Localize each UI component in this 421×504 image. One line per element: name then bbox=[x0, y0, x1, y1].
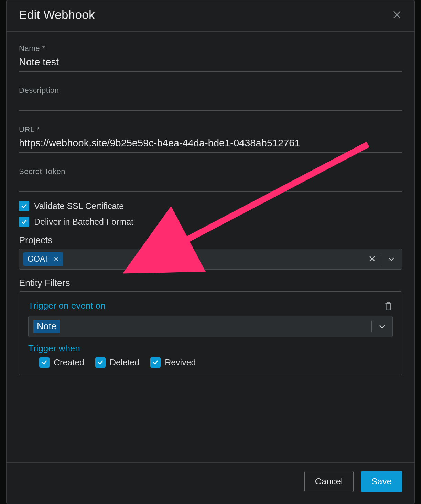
project-chip-remove-icon[interactable]: ✕ bbox=[53, 255, 59, 263]
field-name: Name * bbox=[19, 44, 402, 72]
description-input[interactable] bbox=[19, 97, 402, 111]
url-input[interactable] bbox=[19, 136, 402, 153]
entity-filter-header: Trigger on event on bbox=[28, 300, 393, 311]
trigger-deleted-label: Deleted bbox=[110, 358, 139, 368]
field-secret-token: Secret Token bbox=[19, 167, 402, 192]
project-chip-label: GOAT bbox=[28, 254, 49, 264]
trigger-revived-checkbox[interactable] bbox=[150, 357, 161, 368]
entity-select[interactable]: Note bbox=[28, 316, 393, 337]
secret-token-label: Secret Token bbox=[19, 167, 402, 176]
field-description: Description bbox=[19, 86, 402, 111]
trigger-on-label: Trigger on event on bbox=[28, 300, 106, 311]
description-label: Description bbox=[19, 86, 402, 95]
trigger-created-item: Created bbox=[39, 357, 84, 368]
batched-format-checkbox[interactable] bbox=[19, 217, 29, 227]
trigger-revived-item: Revived bbox=[150, 357, 196, 368]
trigger-when-label: Trigger when bbox=[28, 343, 393, 354]
cancel-button[interactable]: Cancel bbox=[304, 471, 354, 492]
projects-select[interactable]: GOAT ✕ ✕ bbox=[19, 249, 402, 270]
trigger-revived-label: Revived bbox=[165, 358, 196, 368]
entity-caret-icon[interactable] bbox=[375, 323, 390, 330]
validate-ssl-checkbox[interactable] bbox=[19, 201, 29, 211]
name-input[interactable] bbox=[19, 55, 402, 72]
select-divider bbox=[381, 253, 381, 265]
project-chip: GOAT ✕ bbox=[23, 252, 63, 266]
projects-clear-icon[interactable]: ✕ bbox=[366, 254, 378, 264]
entity-filters-label: Entity Filters bbox=[19, 278, 402, 288]
close-icon[interactable] bbox=[392, 10, 402, 20]
save-button[interactable]: Save bbox=[361, 471, 402, 492]
validate-ssl-row: Validate SSL Certificate bbox=[19, 201, 402, 211]
url-label: URL * bbox=[19, 125, 402, 134]
projects-caret-icon[interactable] bbox=[384, 255, 399, 263]
field-url: URL * bbox=[19, 125, 402, 153]
secret-token-input[interactable] bbox=[19, 178, 402, 192]
trigger-created-label: Created bbox=[54, 358, 84, 368]
select-divider bbox=[371, 321, 372, 332]
dialog-footer: Cancel Save bbox=[7, 462, 414, 504]
dialog-title: Edit Webhook bbox=[19, 8, 95, 22]
trash-icon[interactable] bbox=[384, 301, 393, 311]
trigger-created-checkbox[interactable] bbox=[39, 357, 50, 368]
batched-format-label: Deliver in Batched Format bbox=[34, 217, 133, 227]
trigger-deleted-item: Deleted bbox=[95, 357, 139, 368]
trigger-when-row: Created Deleted Revived bbox=[28, 357, 393, 368]
trigger-deleted-checkbox[interactable] bbox=[95, 357, 106, 368]
dialog-header: Edit Webhook bbox=[7, 0, 414, 32]
entity-filter-box: Trigger on event on Note Trigger when Cr… bbox=[19, 291, 402, 375]
edit-webhook-dialog: Edit Webhook Name * Description URL * Se… bbox=[6, 0, 415, 504]
batched-format-row: Deliver in Batched Format bbox=[19, 217, 402, 227]
dialog-body: Name * Description URL * Secret Token Va… bbox=[7, 32, 414, 462]
projects-label: Projects bbox=[19, 235, 402, 246]
entity-value: Note bbox=[33, 320, 60, 333]
name-label: Name * bbox=[19, 44, 402, 53]
validate-ssl-label: Validate SSL Certificate bbox=[34, 201, 124, 211]
